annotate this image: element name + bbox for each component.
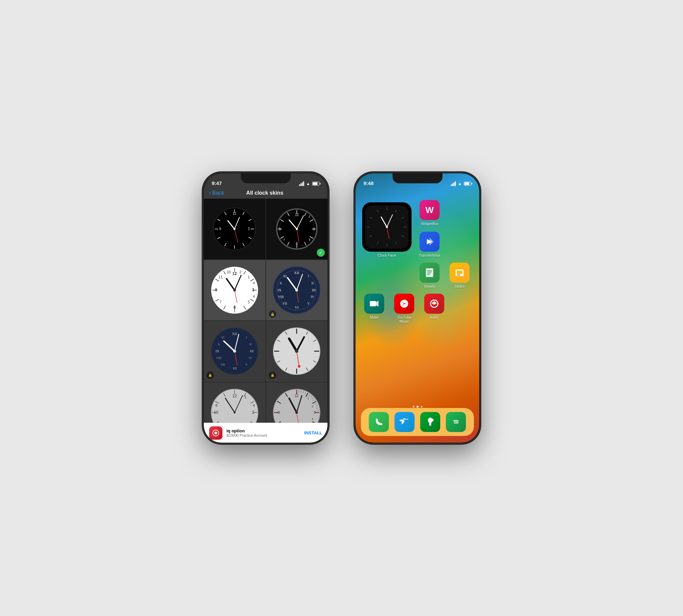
ytmusic-icon[interactable]	[394, 294, 414, 314]
svg-text:VIII: VIII	[278, 295, 284, 299]
ad-text: iq option $10000 Practice Account	[227, 428, 300, 437]
clock-cell-3[interactable]: 12 3 6 9 1 5 7 11 10 2 4 4 6	[204, 260, 265, 321]
svg-point-19	[233, 228, 235, 230]
dock-spotify[interactable]	[444, 412, 468, 432]
app-slides[interactable]: Slides	[448, 263, 472, 288]
notch-left	[241, 173, 291, 183]
svg-point-44	[296, 228, 298, 230]
evernote-logo	[425, 417, 435, 427]
svg-text:IX: IX	[277, 288, 281, 292]
svg-point-176	[296, 391, 297, 392]
authy-logo	[429, 298, 440, 309]
selected-check: ✓	[317, 249, 325, 257]
clock-widget-wrap[interactable]: Clock Face	[362, 202, 411, 257]
authy-label: Authy	[430, 315, 439, 319]
meet-icon[interactable]	[364, 294, 384, 314]
ad-subtitle: $10000 Practice Account	[227, 433, 300, 437]
svg-text:10: 10	[227, 270, 231, 274]
spotify-icon[interactable]	[446, 412, 466, 432]
transferwise-logo	[424, 236, 435, 247]
evernote-icon[interactable]	[420, 412, 440, 432]
svg-text:XI: XI	[283, 274, 287, 278]
chevron-left-icon: ‹	[209, 190, 211, 196]
svg-text:9: 9	[279, 227, 281, 231]
widgetbox-icon[interactable]: W	[420, 200, 440, 220]
clock-grid: 12 3 9	[204, 199, 327, 443]
clock-cell-2[interactable]: 12 3 6 9 1 5 7 ✓	[266, 199, 328, 259]
svg-rect-218	[427, 274, 430, 275]
clock-cell-5[interactable]: XII III VI IX I II IV V VII VIII X XI	[204, 321, 265, 382]
svg-text:6: 6	[296, 242, 298, 245]
svg-text:III: III	[312, 288, 316, 292]
svg-text:IV: IV	[249, 356, 252, 360]
svg-text:XI: XI	[221, 336, 225, 339]
clock-face-3: 12 3 6 9 1 5 7 11 10 2 4 4 6	[210, 266, 259, 314]
clock-cell-1[interactable]: 12 3 9	[204, 199, 265, 259]
app-sheets[interactable]: Sheets	[418, 263, 442, 288]
slides-icon[interactable]	[450, 263, 470, 283]
clock-cell-4[interactable]: XII III VI IX I II IV V VII VIII X XI	[266, 260, 328, 321]
left-phone: 9:47 ▲ ‹ Back All clock skin	[203, 173, 328, 443]
app-authy[interactable]: Authy	[422, 294, 446, 323]
authy-icon[interactable]	[424, 294, 444, 314]
lock-icon-6: 🔒	[269, 372, 276, 379]
dock-twitter[interactable]	[392, 412, 417, 432]
svg-text:IV: IV	[311, 295, 315, 299]
svg-point-109	[233, 350, 236, 353]
ytmusic-label: YouTube Music	[392, 315, 416, 323]
status-icons-right: ▲	[451, 181, 471, 186]
sheets-icon[interactable]	[420, 263, 440, 283]
transferwise-icon[interactable]	[420, 232, 440, 252]
wifi-icon-right: ▲	[458, 181, 462, 186]
svg-text:12: 12	[295, 213, 299, 217]
svg-text:3: 3	[252, 288, 254, 292]
dock-phone[interactable]	[367, 412, 391, 432]
app-transferwise[interactable]: TransferWise	[418, 232, 442, 257]
svg-text:1: 1	[244, 395, 247, 399]
svg-marker-223	[376, 301, 379, 307]
dock-evernote[interactable]	[418, 412, 442, 432]
home-icons-area: Clock Face W WidgetBox	[356, 193, 479, 329]
svg-text:9: 9	[215, 288, 217, 292]
app-widgetbox[interactable]: W WidgetBox	[418, 200, 442, 226]
phone-icon[interactable]	[369, 412, 389, 432]
ad-install-button[interactable]: INSTALL	[304, 430, 322, 435]
app-meet[interactable]: Meet	[362, 294, 386, 323]
clock-face-4: XII III VI IX I II IV V VII VIII X XI	[273, 266, 321, 314]
svg-rect-221	[457, 275, 460, 275]
clock-face-6	[273, 327, 321, 375]
svg-text:VII: VII	[221, 363, 225, 366]
svg-text:III: III	[250, 349, 253, 353]
svg-point-177	[317, 412, 318, 413]
svg-marker-213	[430, 238, 433, 246]
slides-label: Slides	[454, 284, 465, 288]
notch-right	[392, 173, 443, 183]
svg-point-227	[404, 303, 405, 304]
svg-text:5: 5	[308, 238, 310, 241]
svg-point-229	[433, 303, 435, 305]
svg-text:XII: XII	[294, 271, 299, 275]
clock-face-5: XII III VI IX I II IV V VII VIII X XI	[210, 327, 259, 375]
sheets-logo	[424, 267, 435, 278]
svg-rect-214	[426, 268, 433, 277]
clock-face-widget[interactable]	[362, 202, 411, 252]
svg-text:VI: VI	[232, 366, 236, 370]
dot-1	[412, 406, 414, 408]
back-button[interactable]: ‹ Back	[209, 190, 224, 196]
clock-cell-6[interactable]: 🔒	[266, 321, 328, 382]
svg-text:4: 4	[253, 281, 255, 285]
svg-text:4: 4	[253, 294, 255, 298]
svg-text:XII: XII	[232, 332, 237, 336]
right-phone: 9:48 ▲	[355, 173, 480, 443]
svg-text:3: 3	[314, 410, 316, 414]
svg-text:X: X	[280, 281, 282, 285]
status-icons-left: ▲	[299, 181, 319, 186]
wifi-icon: ▲	[306, 181, 310, 186]
svg-text:3: 3	[313, 227, 315, 231]
svg-text:X: X	[218, 343, 220, 346]
widget-clock-label: Clock Face	[378, 253, 396, 257]
app-ytmusic[interactable]: YouTube Music	[392, 294, 416, 323]
twitter-icon[interactable]	[394, 412, 414, 432]
battery-icon	[312, 182, 319, 186]
signal-icon-right	[451, 181, 456, 186]
